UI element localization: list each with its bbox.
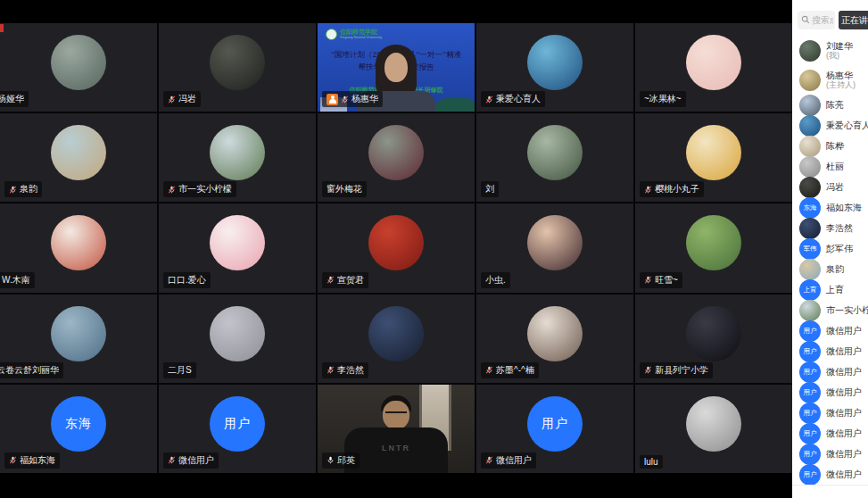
member-avatar: 用户: [799, 341, 821, 362]
member-name: 李浩然: [826, 223, 853, 234]
participant-tile[interactable]: 窗外梅花: [318, 113, 475, 202]
panel-header-clipped: 成员: [792, 0, 868, 7]
participant-tile[interactable]: 云卷云舒刘丽华: [0, 295, 157, 383]
participant-name: 市一实小柠檬: [178, 183, 232, 195]
member-list-item[interactable]: 秉爱心育人: [792, 115, 868, 136]
participant-name-pill: 福如东海: [4, 452, 60, 469]
participant-avatar: [527, 306, 583, 361]
participant-tile[interactable]: 东海 福如东海: [0, 385, 157, 473]
member-list-item[interactable]: 杜丽: [792, 156, 868, 177]
participant-tile[interactable]: 樱桃小丸子: [635, 113, 792, 202]
webcam-tile[interactable]: LNTR 邱英: [318, 385, 475, 473]
member-name: 杨惠华: [826, 71, 856, 81]
member-list-item[interactable]: 用户 微信用户: [792, 382, 868, 403]
member-list-item[interactable]: 李浩然: [792, 218, 868, 238]
participant-tile[interactable]: 二月S: [159, 295, 316, 383]
participant-tile[interactable]: 口口.爱心: [159, 203, 316, 292]
member-list-item[interactable]: 用户 微信用户: [792, 423, 868, 444]
member-name: 市一实小柠檬: [826, 305, 868, 316]
participant-tile[interactable]: 用户 微信用户: [159, 385, 316, 473]
participant-name-pill: 冯岩: [163, 91, 201, 107]
member-name: 福如东海: [826, 203, 862, 213]
screen-share-tile[interactable]: 信阳师范学院 Xinyang Normal University “国培计划（2…: [318, 23, 475, 112]
participant-name: lulu: [644, 457, 658, 467]
member-list-item[interactable]: 用户 微信用户: [792, 403, 868, 423]
member-list-item[interactable]: 上育 上育: [792, 279, 868, 300]
participant-name-pill: 泉韵: [4, 181, 42, 197]
participant-tile[interactable]: 李浩然: [318, 295, 475, 383]
member-list-item[interactable]: 陈亮: [792, 95, 868, 115]
participant-avatar: [686, 125, 741, 180]
member-list-item[interactable]: 用户 微信用户: [792, 341, 868, 361]
participant-tile[interactable]: 新县列宁小学: [635, 295, 792, 383]
member-list-item[interactable]: 杨惠华 (主持人): [792, 65, 868, 95]
participant-tile[interactable]: 市一实小柠檬: [159, 113, 316, 202]
participant-name: 旺雪~: [655, 274, 678, 286]
mic-muted-icon: [341, 95, 349, 104]
participant-tile[interactable]: W.木南: [0, 203, 157, 292]
participant-tile[interactable]: 杨娅华: [0, 23, 157, 112]
member-avatar: 东海: [799, 197, 821, 219]
participant-name-pill: 宣贺君: [322, 272, 368, 288]
participant-tile[interactable]: 秉爱心育人: [476, 23, 633, 112]
member-avatar: [799, 218, 821, 239]
participant-tile[interactable]: 小虫.: [476, 203, 633, 292]
participant-tile[interactable]: 刘: [476, 113, 633, 202]
meeting-window: 杨娅华 冯岩 信阳师范学院 Xinyang Normal University …: [0, 0, 868, 498]
participant-tile[interactable]: lulu: [635, 385, 792, 473]
member-avatar: 用户: [799, 382, 821, 403]
participant-avatar: 用户: [527, 396, 583, 452]
participant-avatar: [210, 125, 265, 180]
participant-tile[interactable]: 泉韵: [0, 113, 157, 202]
participant-name: 小虫.: [485, 274, 506, 286]
member-list-item[interactable]: 冯岩: [792, 177, 868, 197]
mic-muted-icon: [168, 455, 176, 465]
participant-name-pill: 秉爱心育人: [481, 91, 545, 107]
participant-name: 口口.爱心: [168, 274, 206, 286]
participant-name-pill: 微信用户: [481, 452, 536, 469]
member-list-item[interactable]: 军伟 彭军伟: [792, 238, 868, 259]
search-icon: [801, 15, 810, 24]
member-list-item[interactable]: 市一实小柠檬: [792, 300, 868, 320]
participant-tile[interactable]: 苏墨^-^楠: [476, 295, 633, 383]
member-list-item[interactable]: 陈桦: [792, 136, 868, 156]
member-list-item[interactable]: 用户 微信用户: [792, 320, 868, 341]
participant-name: 二月S: [168, 364, 192, 377]
participant-tile[interactable]: 用户 微信用户: [476, 385, 633, 473]
participant-tile[interactable]: 旺雪~: [635, 203, 792, 292]
member-list: 刘建华 (我) 杨惠华 (主持人) 陈亮 秉爱心育人 陈桦: [792, 36, 868, 485]
mic-muted-icon: [485, 365, 493, 375]
member-avatar: 用户: [799, 464, 821, 486]
participant-name: 樱桃小丸子: [655, 183, 699, 195]
participant-name-pill: 二月S: [163, 362, 196, 378]
member-avatar: [799, 300, 821, 321]
participant-tile[interactable]: 冯岩: [159, 23, 316, 112]
member-list-item[interactable]: 刘建华 (我): [792, 36, 868, 65]
bottom-bar: [0, 473, 792, 498]
mic-muted-icon: [9, 455, 17, 465]
member-name: 微信用户: [826, 346, 862, 357]
member-avatar: [799, 95, 821, 116]
member-list-item[interactable]: 东海 福如东海: [792, 197, 868, 218]
participant-name-pill: 刘: [481, 181, 499, 197]
member-name: 刘建华: [826, 41, 853, 52]
participant-avatar: [210, 215, 265, 270]
member-list-item[interactable]: 用户 微信用户: [792, 464, 868, 485]
participant-name: 福如东海: [20, 454, 55, 467]
mic-muted-icon: [644, 365, 652, 375]
participant-name: 杨娅华: [0, 93, 24, 105]
mic-muted-icon: [485, 95, 493, 104]
member-list-item[interactable]: 泉韵: [792, 259, 868, 279]
participant-name-pill: W.木南: [0, 272, 35, 288]
participant-name-pill: ~冰果林~: [640, 91, 686, 107]
participant-tile[interactable]: 宣贺君: [318, 203, 475, 292]
member-list-item[interactable]: 用户 微信用户: [792, 361, 868, 382]
speaking-filter-button[interactable]: 正在讲话: [839, 11, 868, 29]
participant-avatar: [527, 35, 583, 90]
participant-name-pill: 口口.爱心: [163, 272, 211, 288]
participant-avatar: [686, 215, 741, 270]
member-list-item[interactable]: 用户 微信用户: [792, 444, 868, 464]
participant-tile[interactable]: ~冰果林~: [635, 23, 792, 112]
mic-muted-icon: [9, 185, 17, 195]
participant-avatar: [51, 35, 106, 90]
